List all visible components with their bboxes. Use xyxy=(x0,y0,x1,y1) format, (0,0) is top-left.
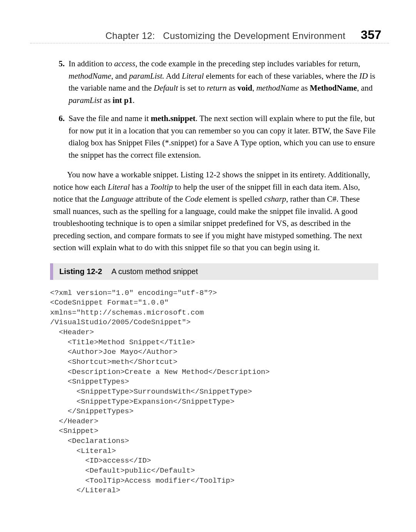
page-header: Chapter 12: Customizing the Development … xyxy=(0,28,416,42)
text-segment: element is spelled xyxy=(202,194,264,204)
list-content: In addition to access, the code example … xyxy=(69,58,378,106)
code-block: <?xml version="1.0" encoding="utf-8"?> <… xyxy=(50,288,378,496)
list-marker: 6. xyxy=(53,113,65,161)
chapter-number: Chapter 12: xyxy=(106,30,155,41)
text-segment: csharp, xyxy=(264,194,288,204)
text-segment: Code xyxy=(185,194,202,204)
text-segment: and xyxy=(113,71,129,81)
text-segment: meth.snippet xyxy=(151,114,195,123)
text-segment: Literal xyxy=(182,71,204,81)
chapter-title: Customizing the Development Environment xyxy=(163,30,345,41)
text-segment: attribute of the xyxy=(133,194,185,204)
text-segment: . xyxy=(133,96,134,105)
text-segment: Default xyxy=(154,83,178,93)
listing-title: A custom method snippet xyxy=(111,267,198,276)
text-segment: int p1 xyxy=(112,96,133,105)
text-segment: paramList. xyxy=(129,71,164,81)
text-segment: , xyxy=(252,83,257,93)
listing-label: Listing 12-2 xyxy=(59,267,102,276)
text-segment: the code example in the preceding step i… xyxy=(137,59,360,68)
list-item: 5.In addition to access, the code exampl… xyxy=(53,58,378,106)
text-segment: is set to xyxy=(178,83,207,93)
text-segment: void xyxy=(237,83,252,93)
text-segment: return xyxy=(207,83,227,93)
text-segment: methodName xyxy=(256,83,299,93)
text-segment: has a xyxy=(130,182,150,192)
header-underline xyxy=(30,43,389,44)
list-content: Save the file and name it meth.snippet. … xyxy=(69,113,378,161)
text-segment: MethodName xyxy=(310,83,357,93)
text-segment: as xyxy=(226,83,237,93)
text-segment: Tooltip xyxy=(150,182,173,192)
text-segment: as xyxy=(102,96,112,105)
text-segment: In addition to xyxy=(69,59,114,68)
body-paragraph: You now have a workable snippet. Listing… xyxy=(53,169,378,254)
text-segment: Language xyxy=(101,194,133,204)
text-segment: elements for each of these variables, wh… xyxy=(204,71,359,81)
page-number: 357 xyxy=(361,28,381,42)
text-segment: methodName, xyxy=(69,71,113,81)
text-segment: access, xyxy=(114,59,137,68)
list-item: 6.Save the file and name it meth.snippet… xyxy=(53,113,378,161)
text-segment: , and xyxy=(357,83,373,93)
page-content: 5.In addition to access, the code exampl… xyxy=(53,58,378,496)
text-segment: Add xyxy=(164,71,182,81)
text-segment: paramList xyxy=(69,96,102,105)
text-segment: Save the file and name it xyxy=(69,114,151,123)
text-segment: ID xyxy=(359,71,368,81)
text-segment: Literal xyxy=(108,182,130,192)
list-marker: 5. xyxy=(53,58,65,106)
text-segment: as xyxy=(299,83,310,93)
chapter-label: Chapter 12: Customizing the Development … xyxy=(106,30,346,41)
listing-header: Listing 12-2 A custom method snippet xyxy=(50,263,378,280)
